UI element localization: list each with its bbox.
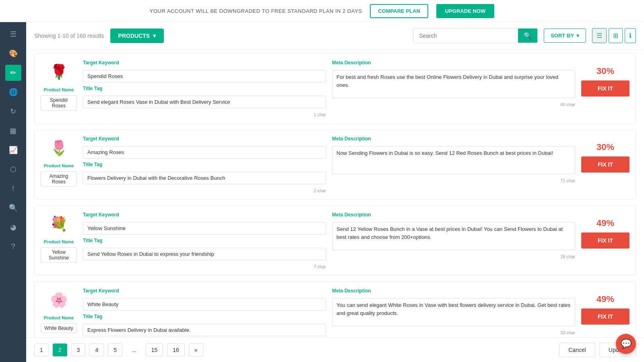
content-area: Showing 1-10 of 160 results PRODUCTS ▾ 🔍… <box>26 22 644 362</box>
product-image-col: 💐 Product Name Yellow Sunshine <box>41 212 77 263</box>
meta-description-label: Meta Description <box>332 288 575 294</box>
page-16-button[interactable]: 16 <box>167 343 185 356</box>
title-tag-value: Express Flowers Delivery in Dubai availa… <box>83 324 326 336</box>
title-char-count: 7 char <box>83 264 326 269</box>
info-button[interactable]: ℹ <box>625 28 636 43</box>
product-image: 🌷 <box>47 136 71 160</box>
title-tag-value: Send elegant Roses Vase in Dubai with Be… <box>83 96 326 108</box>
table-icon[interactable]: ▦ <box>5 123 21 139</box>
meta-col: Meta Description Now Sending Flowers in … <box>332 136 575 183</box>
score-value: 30% <box>597 66 614 76</box>
top-banner: YOUR ACCOUNT WILL BE DOWNGRADED TO FREE … <box>0 0 644 22</box>
page-15-button[interactable]: 15 <box>146 343 163 356</box>
meta-col: Meta Description You can send elegant Wh… <box>332 288 575 335</box>
page-ellipsis: ... <box>126 344 142 356</box>
refresh-icon[interactable]: ↻ <box>5 103 21 119</box>
score-value: 49% <box>597 218 614 228</box>
target-keyword-value: Amazing Roses <box>83 146 326 158</box>
edit-icon[interactable]: ✏ <box>5 65 21 81</box>
globe-icon[interactable]: 🌐 <box>5 84 21 100</box>
score-value: 30% <box>597 142 614 152</box>
target-keyword-label: Target Keyword <box>83 60 326 66</box>
page-5-button[interactable]: 5 <box>108 343 122 356</box>
search-button[interactable]: 🔍 <box>518 29 537 43</box>
target-keyword-value: Yellow Sunshine <box>83 222 326 234</box>
meta-description-value: Send 12 Yellow Roses Bunch in a Vase at … <box>332 222 575 250</box>
products-button[interactable]: PRODUCTS ▾ <box>110 29 164 43</box>
cancel-button[interactable]: Cancel <box>559 343 595 357</box>
hierarchy-icon[interactable]: ⬡ <box>5 161 21 177</box>
score-col: 30% FIX IT <box>581 136 630 173</box>
table-row: 🌷 Product Name Amazing Roses Target Keyw… <box>34 130 636 200</box>
page-4-button[interactable]: 4 <box>89 343 104 356</box>
pagination-bar: 12345...1516»CancelUpdate <box>26 337 644 362</box>
target-keyword-value: White Beauty <box>83 298 326 311</box>
banner-text: YOUR ACCOUNT WILL BE DOWNGRADED TO FREE … <box>150 8 362 14</box>
search-icon[interactable]: 🔍 <box>5 200 21 216</box>
meta-description-value: You can send elegant White Roses in Vase… <box>332 298 575 326</box>
target-keyword-value: Spendid Roses <box>83 70 326 82</box>
title-char-count: 2 char <box>83 188 326 193</box>
product-name-label: Product Name <box>44 87 74 92</box>
product-name-value: Spendid Roses <box>41 95 77 111</box>
list-view-button[interactable]: ☰ <box>592 28 607 43</box>
seo-details: Target Keyword Yellow Sunshine Title Tag… <box>83 212 326 269</box>
title-tag-label: Title Tag <box>83 238 326 243</box>
product-image-col: 🌹 Product Name Spendid Roses <box>41 60 77 111</box>
help-icon[interactable]: ? <box>5 239 21 255</box>
chart-icon[interactable]: 📈 <box>5 142 21 158</box>
page-2-button[interactable]: 2 <box>53 343 67 356</box>
search-input[interactable] <box>413 29 518 43</box>
product-name-label: Product Name <box>44 315 74 320</box>
sidebar: ☰🎨✏🌐↻▦📈⬡!🔍◕? <box>0 22 26 362</box>
score-col: 49% FIX IT <box>581 212 630 249</box>
sort-by-button[interactable]: SORT BY ▾ <box>544 29 586 43</box>
page-»-button[interactable]: » <box>189 343 203 356</box>
chat-button[interactable]: 💬 <box>616 334 636 354</box>
fix-it-button[interactable]: FIX IT <box>581 80 630 97</box>
target-keyword-label: Target Keyword <box>83 288 326 294</box>
view-toggle: ☰ ⊞ ℹ <box>592 28 636 43</box>
meta-description-value: For best and fresh Roses use the best On… <box>332 70 575 98</box>
toolbar: Showing 1-10 of 160 results PRODUCTS ▾ 🔍… <box>26 22 644 49</box>
fix-it-button[interactable]: FIX IT <box>581 309 630 325</box>
meta-col: Meta Description For best and fresh Rose… <box>332 60 575 107</box>
meta-char-count: 71 char <box>332 178 575 183</box>
target-keyword-label: Target Keyword <box>83 136 326 142</box>
product-name-label: Product Name <box>44 239 74 244</box>
product-image: 🌹 <box>47 60 71 84</box>
title-char-count: 1 char <box>83 112 326 117</box>
product-name-value: White Beauty <box>41 323 77 333</box>
page-3-button[interactable]: 3 <box>71 343 86 356</box>
grid-view-button[interactable]: ⊞ <box>609 28 623 43</box>
target-keyword-label: Target Keyword <box>83 212 326 218</box>
table-row: 🌹 Product Name Spendid Roses Target Keyw… <box>34 53 636 123</box>
upgrade-now-button[interactable]: UPGRADE NOW <box>436 4 494 18</box>
product-image: 🌸 <box>47 288 71 312</box>
alert-icon[interactable]: ! <box>5 181 21 197</box>
meta-col: Meta Description Send 12 Yellow Roses Bu… <box>332 212 575 259</box>
search-container: 🔍 <box>413 28 538 43</box>
product-image-col: 🌸 Product Name White Beauty <box>41 288 77 333</box>
title-tag-label: Title Tag <box>83 162 326 167</box>
title-tag-value: Send Yellow Roses in Dubai to express yo… <box>83 248 326 260</box>
pie-icon[interactable]: ◕ <box>5 219 21 235</box>
menu-icon[interactable]: ☰ <box>5 26 21 42</box>
fix-it-button[interactable]: FIX IT <box>581 232 630 249</box>
product-name-label: Product Name <box>44 163 74 168</box>
title-tag-value: Flowers Delivery in Dubai with the Decor… <box>83 172 326 184</box>
product-name-value: Amazing Roses <box>41 171 77 187</box>
palette-icon[interactable]: 🎨 <box>5 45 21 62</box>
compare-plan-button[interactable]: COMPARE PLAN <box>370 4 428 18</box>
results-count: Showing 1-10 of 160 results <box>34 33 104 39</box>
table-row: 🌸 Product Name White Beauty Target Keywo… <box>34 282 636 337</box>
fix-it-button[interactable]: FIX IT <box>581 156 630 173</box>
meta-description-label: Meta Description <box>332 60 575 66</box>
seo-details: Target Keyword White Beauty Title Tag Ex… <box>83 288 326 337</box>
meta-description-label: Meta Description <box>332 136 575 142</box>
table-row: 💐 Product Name Yellow Sunshine Target Ke… <box>34 206 636 276</box>
meta-description-value: Now Sending Flowers in Dubai is so easy.… <box>332 146 575 174</box>
seo-details: Target Keyword Amazing Roses Title Tag F… <box>83 136 326 193</box>
page-1-button[interactable]: 1 <box>34 343 49 356</box>
meta-char-count: 32 char <box>332 330 575 335</box>
